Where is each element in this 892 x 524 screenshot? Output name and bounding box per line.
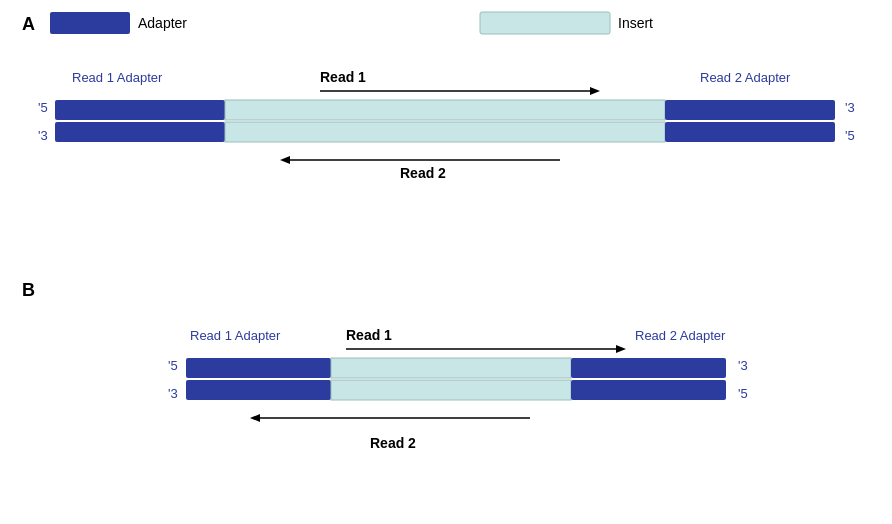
section-a-top-insert xyxy=(225,100,665,120)
section-b-read2-adapter-label: Read 2 Adapter xyxy=(635,328,726,343)
section-a-read1-adapter-label: Read 1 Adapter xyxy=(72,70,163,85)
section-b-read1-arrowhead xyxy=(616,345,626,353)
section-a-read2-adapter-label: Read 2 Adapter xyxy=(700,70,791,85)
section-a-5prime-bottom: '5 xyxy=(845,128,855,143)
section-b-bottom-left-adapter xyxy=(186,380,331,400)
section-b-3prime-top: '3 xyxy=(738,358,748,373)
legend-adapter-label: Adapter xyxy=(138,15,187,31)
section-b-5prime-bottom: '5 xyxy=(738,386,748,401)
diagram-svg: A Adapter Insert Read 1 Adapter Read 1 R… xyxy=(0,0,892,524)
section-a-bottom-right-adapter xyxy=(665,122,835,142)
section-b-top-left-adapter xyxy=(186,358,331,378)
legend-insert-box xyxy=(480,12,610,34)
section-a-3prime-top: '3 xyxy=(845,100,855,115)
section-a-bottom-left-adapter xyxy=(55,122,225,142)
section-a-3prime-bottom: '3 xyxy=(38,128,48,143)
section-a-top-left-adapter xyxy=(55,100,225,120)
section-b-read1-label: Read 1 xyxy=(346,327,392,343)
section-b-read1-adapter-label: Read 1 Adapter xyxy=(190,328,281,343)
section-b-label: B xyxy=(22,280,35,300)
section-a-read1-arrowhead xyxy=(590,87,600,95)
section-a-bottom-insert xyxy=(225,122,665,142)
section-a-top-right-adapter xyxy=(665,100,835,120)
section-b-top-insert xyxy=(331,358,571,378)
section-b-5prime-top: '5 xyxy=(168,358,178,373)
section-b-read2-label: Read 2 xyxy=(370,435,416,451)
section-b-bottom-insert xyxy=(331,380,571,400)
section-b-read2-arrowhead xyxy=(250,414,260,422)
section-a-label: A xyxy=(22,14,35,34)
section-a-5prime-top: '5 xyxy=(38,100,48,115)
legend-adapter-box xyxy=(50,12,130,34)
legend-insert-label: Insert xyxy=(618,15,653,31)
section-b-top-right-adapter xyxy=(571,358,726,378)
section-b-3prime-bottom: '3 xyxy=(168,386,178,401)
section-b-bottom-right-adapter xyxy=(571,380,726,400)
section-a-read1-label: Read 1 xyxy=(320,69,366,85)
section-a-read2-label: Read 2 xyxy=(400,165,446,181)
section-a-read2-arrowhead xyxy=(280,156,290,164)
